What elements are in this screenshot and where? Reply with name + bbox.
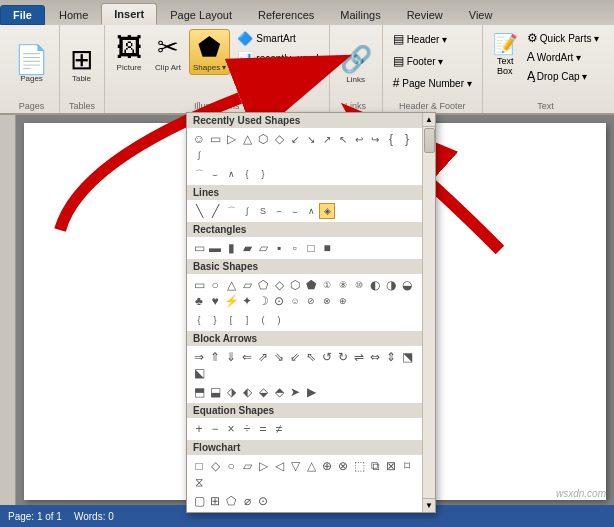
ba6[interactable]: ⇘ [271,349,287,365]
ba15[interactable]: ⬕ [191,365,207,381]
rect2[interactable]: ▬ [207,240,223,256]
ba9[interactable]: ↺ [319,349,335,365]
bs8[interactable]: ⬟ [303,277,319,293]
line2[interactable]: ╱ [207,203,223,219]
ba14[interactable]: ⬔ [399,349,415,365]
line6[interactable]: ⌢ [271,203,287,219]
fc11[interactable]: ⬚ [351,458,367,474]
ba21[interactable]: ⬘ [271,384,287,400]
shape-curved2[interactable]: ↪ [367,131,383,147]
rect1[interactable]: ▭ [191,240,207,256]
wordart-button[interactable]: A WordArt ▾ [524,48,602,66]
bs15[interactable]: ♣ [191,293,207,309]
line8[interactable]: ∧ [303,203,319,219]
fc1[interactable]: □ [191,458,207,474]
fc13[interactable]: ⊠ [383,458,399,474]
bs11[interactable]: ⑩ [351,277,367,293]
scroll-down-button[interactable]: ▼ [423,498,435,512]
ba4[interactable]: ⇐ [239,349,255,365]
ba19[interactable]: ⬖ [239,384,255,400]
ba17[interactable]: ⬓ [207,384,223,400]
shape-cbrace[interactable]: { [239,166,255,182]
shape-wave[interactable]: ∧ [223,166,239,182]
ba12[interactable]: ⇔ [367,349,383,365]
rect7[interactable]: ▫ [287,240,303,256]
fc6[interactable]: ◁ [271,458,287,474]
fc18[interactable]: ⬠ [223,493,239,509]
eq6[interactable]: ≠ [271,421,287,437]
shape-arrtl[interactable]: ↖ [335,131,351,147]
tab-file[interactable]: File [0,5,45,25]
ba1[interactable]: ⇒ [191,349,207,365]
shape-rect[interactable]: ▭ [207,131,223,147]
line9-highlighted[interactable]: ◈ [319,203,335,219]
tab-mailings[interactable]: Mailings [327,5,393,25]
tab-references[interactable]: References [245,5,327,25]
tab-home[interactable]: Home [46,5,101,25]
shapes-button[interactable]: ⬟ Shapes ▾ [189,29,230,75]
bs29[interactable]: ( [255,312,271,328]
table-button[interactable]: ⊞ Table [66,43,97,86]
shape-szz1[interactable]: ⌒ [191,166,207,182]
bs20[interactable]: ⊙ [271,293,287,309]
bs22[interactable]: ⊘ [303,293,319,309]
fc8[interactable]: △ [303,458,319,474]
rect3[interactable]: ▮ [223,240,239,256]
ba18[interactable]: ⬗ [223,384,239,400]
line4[interactable]: ∫ [239,203,255,219]
shape-brace2[interactable]: } [399,131,415,147]
line7[interactable]: ⌣ [287,203,303,219]
rect6[interactable]: ▪ [271,240,287,256]
rect4[interactable]: ▰ [239,240,255,256]
ba22[interactable]: ➤ [287,384,303,400]
textbox-button[interactable]: 📝 TextBox [489,29,522,85]
fc14[interactable]: ⌑ [399,458,415,474]
bs4[interactable]: ▱ [239,277,255,293]
bs3[interactable]: △ [223,277,239,293]
fc10[interactable]: ⊗ [335,458,351,474]
links-button[interactable]: 🔗 Links [336,41,376,87]
fc19[interactable]: ⌀ [239,493,255,509]
ba13[interactable]: ⇕ [383,349,399,365]
bs17[interactable]: ⚡ [223,293,239,309]
bs5[interactable]: ⬠ [255,277,271,293]
ba7[interactable]: ⇙ [287,349,303,365]
fc7[interactable]: ▽ [287,458,303,474]
shape-arrtr[interactable]: ↗ [319,131,335,147]
shape-arrow-r[interactable]: ▷ [223,131,239,147]
eq2[interactable]: − [207,421,223,437]
scrollbar-thumb[interactable] [424,128,435,153]
bs9[interactable]: ① [319,277,335,293]
eq5[interactable]: = [255,421,271,437]
eq4[interactable]: ÷ [239,421,255,437]
bs30[interactable]: ) [271,312,287,328]
shape-arrbr[interactable]: ↘ [303,131,319,147]
clipart-button[interactable]: ✂ Clip Art [150,29,186,75]
line5[interactable]: S [255,203,271,219]
pages-button[interactable]: 📄 Pages [10,43,53,86]
scroll-up-button[interactable]: ▲ [423,113,435,127]
picture-button[interactable]: 🖼 Picture [111,29,147,75]
header-button[interactable]: ▤ Header ▾ [389,29,476,49]
ba16[interactable]: ⬒ [191,384,207,400]
bs27[interactable]: [ [223,312,239,328]
shape-sz[interactable]: ∫ [191,147,207,163]
fc5[interactable]: ▷ [255,458,271,474]
eq1[interactable]: + [191,421,207,437]
bs12[interactable]: ◐ [367,277,383,293]
shape-brace1[interactable]: { [383,131,399,147]
bs7[interactable]: ⬡ [287,277,303,293]
ba23[interactable]: ▶ [303,384,319,400]
tab-insert[interactable]: Insert [101,3,157,25]
quickparts-button[interactable]: ⚙ Quick Parts ▾ [524,29,602,47]
chart-button[interactable]: 📊 recently_used [233,49,322,68]
ba10[interactable]: ↻ [335,349,351,365]
screenshot-button[interactable]: 📷 Screenshot ▾ [233,69,322,88]
bs28[interactable]: ] [239,312,255,328]
fc12[interactable]: ⧉ [367,458,383,474]
bs26[interactable]: } [207,312,223,328]
shape-smiley[interactable]: ☺ [191,131,207,147]
rect8[interactable]: □ [303,240,319,256]
ba2[interactable]: ⇑ [207,349,223,365]
fc4[interactable]: ▱ [239,458,255,474]
